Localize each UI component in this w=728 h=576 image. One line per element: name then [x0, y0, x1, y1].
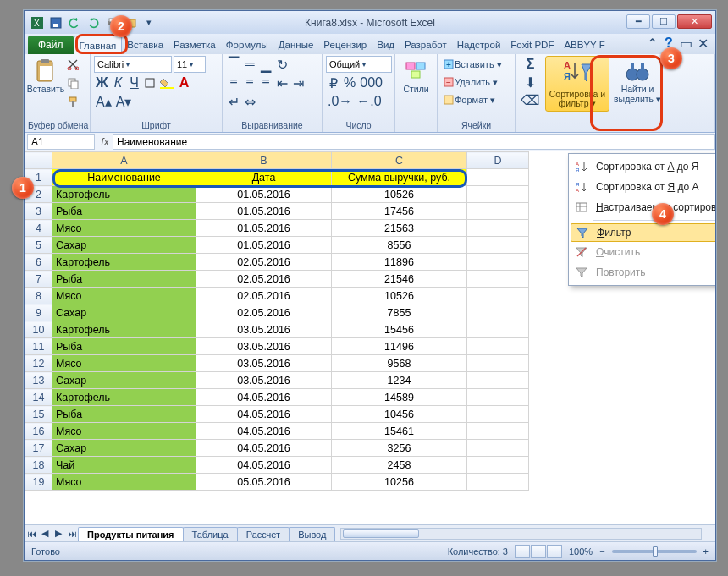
- font-size-combo[interactable]: 11▾: [174, 56, 206, 73]
- cell[interactable]: 02.05.2016: [196, 288, 332, 304]
- styles-button[interactable]: Стили: [399, 56, 433, 95]
- cell[interactable]: [467, 355, 529, 372]
- cell[interactable]: [467, 203, 529, 220]
- delete-cells-button[interactable]: −Удалить ▾: [441, 74, 514, 91]
- tab-abbyy[interactable]: ABBYY F: [559, 36, 609, 54]
- row-header[interactable]: 15: [25, 406, 52, 423]
- format-painter-icon[interactable]: [65, 93, 80, 110]
- increase-indent-icon[interactable]: ⇥: [290, 74, 306, 91]
- sort-filter-button[interactable]: АЯ Сортировка и фильтр ▾: [545, 56, 609, 112]
- cell[interactable]: 03.05.2016: [196, 321, 332, 338]
- save-icon[interactable]: [48, 15, 63, 30]
- tab-review[interactable]: Рецензир: [318, 36, 372, 54]
- cell[interactable]: 14589: [332, 389, 467, 406]
- cell[interactable]: Сахар: [52, 440, 196, 457]
- percent-icon[interactable]: %: [342, 74, 357, 91]
- cell[interactable]: [467, 169, 529, 186]
- cell[interactable]: 04.05.2016: [196, 440, 332, 457]
- cell[interactable]: [467, 271, 529, 288]
- minimize-button[interactable]: ━: [626, 14, 650, 29]
- tab-insert[interactable]: Вставка: [122, 36, 168, 54]
- row-header[interactable]: 17: [25, 440, 52, 457]
- border-icon[interactable]: [142, 74, 157, 91]
- row-header[interactable]: 14: [25, 389, 52, 406]
- cell[interactable]: 15461: [332, 423, 467, 440]
- redo-icon[interactable]: [85, 15, 101, 30]
- row-header[interactable]: 8: [25, 288, 52, 304]
- cell[interactable]: [467, 406, 529, 423]
- row-header[interactable]: 4: [25, 220, 52, 237]
- cell[interactable]: 11496: [332, 338, 467, 355]
- qat-more-icon[interactable]: ▾: [141, 15, 157, 30]
- cell[interactable]: 01.05.2016: [196, 203, 332, 220]
- view-normal-icon[interactable]: [515, 545, 530, 558]
- zoom-out-icon[interactable]: −: [599, 546, 604, 557]
- cell[interactable]: [467, 220, 529, 237]
- paste-button[interactable]: Вставить: [28, 56, 63, 95]
- undo-icon[interactable]: [67, 15, 82, 30]
- cell[interactable]: 9568: [332, 355, 467, 372]
- cell[interactable]: [467, 338, 529, 355]
- cell[interactable]: 3256: [332, 440, 467, 457]
- restore-window-icon[interactable]: ▭: [678, 36, 693, 51]
- font-name-combo[interactable]: Calibri▾: [94, 56, 172, 73]
- cell[interactable]: [467, 389, 529, 406]
- find-select-button[interactable]: Найти и выделить ▾: [613, 56, 662, 104]
- cell[interactable]: [467, 474, 529, 491]
- cell[interactable]: [467, 321, 529, 338]
- cell[interactable]: Картофель: [52, 321, 196, 338]
- cell[interactable]: [467, 237, 529, 254]
- column-header[interactable]: A: [52, 152, 196, 169]
- table-header-cell[interactable]: Дата: [196, 169, 332, 186]
- close-workbook-icon[interactable]: ✕: [695, 36, 710, 51]
- cell[interactable]: 15456: [332, 321, 467, 338]
- tab-developer[interactable]: Разработ: [400, 36, 452, 54]
- cell[interactable]: [467, 423, 529, 440]
- cell[interactable]: 04.05.2016: [196, 406, 332, 423]
- decrease-indent-icon[interactable]: ⇤: [274, 74, 290, 91]
- tab-foxit[interactable]: Foxit PDF: [505, 36, 559, 54]
- cell[interactable]: Рыба: [52, 338, 196, 355]
- cell[interactable]: [467, 186, 529, 203]
- cell[interactable]: Рыба: [52, 406, 196, 423]
- decrease-decimal-icon[interactable]: ←.0: [355, 93, 383, 110]
- align-left-icon[interactable]: ≡: [226, 74, 241, 91]
- cell[interactable]: 8556: [332, 237, 467, 254]
- sheet-nav-next-icon[interactable]: ▶: [52, 527, 65, 540]
- cell[interactable]: Картофель: [52, 186, 196, 203]
- cell[interactable]: Чай: [52, 457, 196, 474]
- sheet-tab[interactable]: Таблица: [183, 527, 238, 542]
- cell[interactable]: 10526: [332, 288, 467, 304]
- row-header[interactable]: 9: [25, 304, 52, 321]
- cell[interactable]: Сахар: [52, 237, 196, 254]
- cell[interactable]: 03.05.2016: [196, 355, 332, 372]
- tab-data[interactable]: Данные: [273, 36, 319, 54]
- name-box[interactable]: A1: [27, 134, 95, 150]
- font-color-icon[interactable]: A: [176, 74, 191, 91]
- menu-custom-sort[interactable]: Настраиваемая сортировка...: [569, 197, 716, 217]
- row-header[interactable]: 18: [25, 457, 52, 474]
- comma-icon[interactable]: 000: [358, 74, 384, 91]
- row-header[interactable]: 10: [25, 321, 52, 338]
- row-header[interactable]: 5: [25, 237, 52, 254]
- cell[interactable]: Мясо: [52, 474, 196, 491]
- menu-filter[interactable]: Фильтр: [571, 223, 716, 242]
- copy-icon[interactable]: [65, 74, 80, 91]
- cut-icon[interactable]: [65, 56, 80, 73]
- row-header[interactable]: 12: [25, 355, 52, 372]
- fx-icon[interactable]: fx: [97, 136, 113, 148]
- cell[interactable]: Сахар: [52, 372, 196, 389]
- clear-icon[interactable]: ⌫: [519, 91, 542, 108]
- cell[interactable]: 10456: [332, 406, 467, 423]
- select-all-cell[interactable]: [25, 152, 52, 169]
- cell[interactable]: 02.05.2016: [196, 271, 332, 288]
- decrease-font-icon[interactable]: A▾: [114, 93, 134, 110]
- tab-formulas[interactable]: Формулы: [221, 36, 273, 54]
- cell[interactable]: 10256: [332, 474, 467, 491]
- cell[interactable]: Мясо: [52, 220, 196, 237]
- cell[interactable]: 02.05.2016: [196, 304, 332, 321]
- row-header[interactable]: 16: [25, 423, 52, 440]
- align-center-icon[interactable]: ≡: [242, 74, 257, 91]
- increase-decimal-icon[interactable]: .0→: [326, 93, 354, 110]
- wrap-text-icon[interactable]: ↵: [226, 93, 241, 110]
